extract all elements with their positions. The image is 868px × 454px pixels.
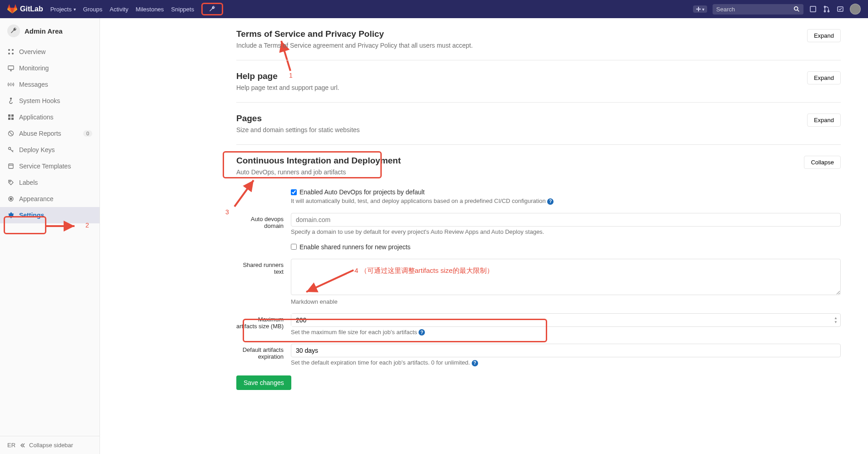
key-icon (7, 146, 15, 153)
appearance-icon (7, 195, 15, 202)
user-avatar[interactable] (850, 4, 861, 15)
svg-rect-14 (8, 118, 10, 120)
svg-rect-10 (8, 66, 14, 69)
top-navbar: GitLab Projects▾ Groups Activity Milesto… (0, 0, 868, 18)
badge-count: 0 (83, 130, 92, 137)
svg-rect-12 (8, 114, 10, 117)
nav-snippets[interactable]: Snippets (171, 6, 195, 13)
expand-button[interactable]: Expand (807, 114, 841, 127)
admin-wrench-highlighted (201, 3, 223, 15)
sidebar-item-applications[interactable]: Applications (0, 109, 100, 125)
search-icon (793, 6, 800, 12)
svg-point-9 (12, 53, 14, 54)
svg-point-0 (794, 7, 798, 10)
auto-devops-help: It will automatically build, test, and d… (291, 197, 841, 205)
nav-milestones[interactable]: Milestones (135, 6, 164, 13)
brand-name: GitLab (20, 5, 43, 13)
annotation-arrow-2 (45, 221, 82, 232)
section-531-tos: Terms of Service and Privacy Policy Incl… (236, 18, 841, 60)
abuse-icon (7, 130, 15, 137)
section-title: Terms of Service and Privacy Policy (236, 29, 473, 39)
expiration-label: Default artifacts expiration (236, 344, 291, 366)
sidebar-item-labels[interactable]: Labels (0, 174, 100, 191)
new-button[interactable]: ▾ (693, 5, 707, 13)
help-icon[interactable]: ? (419, 329, 425, 336)
admin-sidebar: Admin Area Overview Monitoring Messages … (0, 18, 100, 454)
wrench-icon (7, 25, 20, 37)
domain-label: Auto devops domain (236, 213, 291, 235)
nav-projects[interactable]: Projects▾ (50, 6, 76, 13)
chevron-left-icon (19, 442, 25, 449)
svg-rect-13 (11, 114, 14, 117)
gitlab-logo[interactable]: GitLab (7, 4, 43, 14)
sidebar-item-service-templates[interactable]: Service Templates (0, 158, 100, 174)
section-title: Continuous Integration and Deployment (236, 156, 401, 166)
svg-point-6 (8, 49, 10, 51)
svg-line-25 (306, 270, 354, 292)
sidebar-item-abuse-reports[interactable]: Abuse Reports0 (0, 125, 100, 142)
max-artifacts-input[interactable] (291, 314, 834, 326)
number-stepper[interactable]: ▲▼ (834, 316, 840, 324)
gitlab-logo-icon (7, 4, 17, 14)
search-box[interactable] (713, 4, 803, 15)
merge-requests-icon[interactable] (823, 5, 831, 13)
svg-point-19 (10, 181, 10, 182)
broadcast-icon (7, 81, 15, 88)
expiration-help: Set the default expiration time for each… (291, 359, 841, 366)
hook-icon (7, 97, 15, 104)
annotation-label-2: 2 (85, 222, 89, 229)
chevron-up-icon[interactable]: ▲ (834, 316, 838, 320)
expand-button[interactable]: Expand (807, 71, 841, 84)
svg-rect-15 (11, 118, 14, 120)
help-icon[interactable]: ? (472, 360, 478, 366)
gear-icon (7, 212, 15, 219)
chevron-down-icon: ▾ (74, 7, 76, 12)
expiration-input[interactable] (291, 344, 841, 357)
wrench-icon[interactable] (208, 5, 216, 13)
content-area: 1 Terms of Service and Privacy Policy In… (100, 18, 868, 454)
section-help: Help page Help page text and support pag… (236, 60, 841, 103)
svg-point-21 (10, 198, 12, 200)
max-artifacts-label: Maximum artifacts size (MB) (236, 313, 291, 336)
issues-icon[interactable] (809, 5, 817, 13)
shared-runners-checkbox-row[interactable]: Enable shared runners for new projects (291, 243, 841, 251)
sidebar-item-monitoring[interactable]: Monitoring (0, 60, 100, 76)
collapse-button[interactable]: Collapse (804, 156, 841, 169)
section-desc: Include a Terms of Service agreement and… (236, 42, 473, 49)
help-icon[interactable]: ? (547, 198, 554, 205)
section-title: Pages (236, 114, 360, 123)
svg-line-24 (234, 180, 254, 207)
shared-runners-textarea[interactable] (291, 259, 841, 295)
nav-activity[interactable]: Activity (110, 6, 128, 13)
svg-rect-1 (810, 6, 816, 12)
sidebar-item-appearance[interactable]: Appearance (0, 191, 100, 207)
svg-point-11 (10, 98, 12, 99)
monitor-icon (7, 64, 15, 72)
nav-groups[interactable]: Groups (83, 6, 103, 13)
save-changes-button[interactable]: Save changes (236, 375, 291, 390)
chevron-down-icon[interactable]: ▼ (834, 320, 838, 324)
section-pages: Pages Size and domain settings for stati… (236, 103, 841, 145)
todos-icon[interactable] (836, 5, 844, 13)
auto-devops-checkbox[interactable] (291, 189, 297, 195)
annotation-label-3: 3 (225, 208, 229, 216)
search-input[interactable] (716, 6, 793, 13)
section-title: Help page (236, 71, 339, 81)
label-icon (7, 179, 15, 186)
sidebar-item-messages[interactable]: Messages (0, 76, 100, 93)
domain-input[interactable] (291, 213, 841, 227)
domain-help: Specify a domain to use by default for e… (291, 228, 841, 235)
svg-point-17 (9, 148, 11, 150)
collapse-sidebar[interactable]: ER Collapse sidebar (0, 436, 100, 454)
section-desc: Help page text and support page url. (236, 84, 339, 91)
sidebar-item-deploy-keys[interactable]: Deploy Keys (0, 142, 100, 158)
svg-point-8 (8, 53, 10, 54)
max-artifacts-help: Set the maximum file size for each job's… (291, 329, 841, 336)
sidebar-item-overview[interactable]: Overview (0, 44, 100, 60)
expand-button[interactable]: Expand (807, 29, 841, 42)
auto-devops-checkbox-row[interactable]: Enabled Auto DevOps for projects by defa… (291, 188, 841, 196)
shared-runners-checkbox[interactable] (291, 244, 297, 250)
annotation-arrow-3 (232, 178, 264, 209)
chevron-down-icon: ▾ (702, 7, 704, 12)
sidebar-item-system-hooks[interactable]: System Hooks (0, 93, 100, 109)
